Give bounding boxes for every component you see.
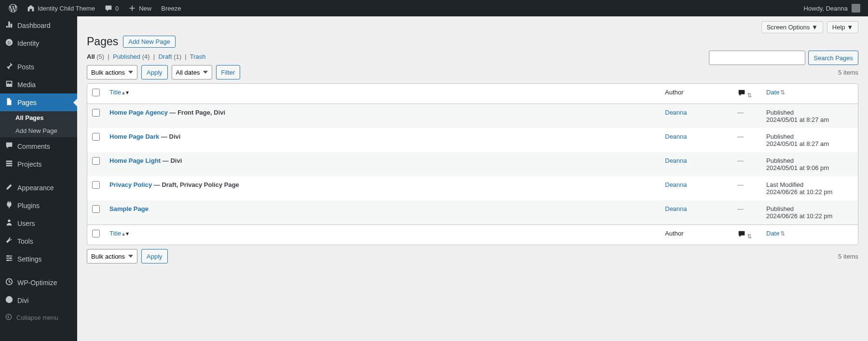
row-status: Published <box>766 205 794 212</box>
comments-bubble[interactable]: 0 <box>100 0 123 16</box>
row-title-link[interactable]: Sample Page <box>109 205 149 212</box>
author-link[interactable]: Deanna <box>665 109 687 116</box>
menu-dashboard-label: Dashboard <box>17 22 51 29</box>
add-new-page-button[interactable]: Add New Page <box>123 36 176 48</box>
svg-point-6 <box>7 255 9 257</box>
menu-plugins[interactable]: Plugins <box>0 197 77 214</box>
menu-media[interactable]: Media <box>0 76 77 93</box>
new-content[interactable]: New <box>123 0 156 16</box>
collapse-menu[interactable]: Collapse menu <box>0 309 77 326</box>
menu-tools[interactable]: Tools <box>0 232 77 250</box>
search-box: Search Pages <box>709 51 858 65</box>
col-comments[interactable]: ⇅ <box>732 84 761 104</box>
menu-users-label: Users <box>17 220 35 227</box>
filter-draft[interactable]: Draft <box>158 53 172 60</box>
author-link[interactable]: Deanna <box>665 205 687 212</box>
submenu-add-new-page[interactable]: Add New Page <box>0 124 77 137</box>
main-layout: Dashboard DIdentity Posts Media Pages Al… <box>0 16 868 341</box>
col-title-label-foot: Title <box>109 230 121 237</box>
menu-divi[interactable]: Divi <box>0 291 77 309</box>
menu-pages[interactable]: Pages <box>0 93 77 111</box>
wp-logo[interactable] <box>4 0 22 16</box>
top-actions: Screen Options ▼ Help ▼ <box>87 16 858 33</box>
howdy[interactable]: Howdy, Deanna <box>800 4 864 13</box>
menu-comments[interactable]: Comments <box>0 137 77 155</box>
menu-dashboard[interactable]: Dashboard <box>0 16 77 34</box>
row-checkbox[interactable] <box>92 109 100 117</box>
breeze-menu[interactable]: Breeze <box>156 0 186 16</box>
col-author[interactable]: Author <box>660 84 732 104</box>
pages-table: Title▴▾ Author ⇅ Date⇅ Home Page Agency … <box>87 83 858 245</box>
bulk-actions-select-top[interactable]: Bulk actions <box>87 65 137 79</box>
apply-button-bottom[interactable]: Apply <box>141 249 168 263</box>
row-checkbox[interactable] <box>92 181 100 189</box>
filter-all[interactable]: All <box>87 53 95 60</box>
select-all-top[interactable] <box>92 89 100 96</box>
menu-identity[interactable]: DIdentity <box>0 34 77 52</box>
author-link[interactable]: Deanna <box>665 181 687 188</box>
filter-draft-count: (1) <box>174 53 181 60</box>
users-icon <box>5 218 14 228</box>
sort-up-icon: ▴ <box>122 89 125 96</box>
row-date: 2024/05/01 at 8:27 am <box>766 140 829 147</box>
col-title-foot[interactable]: Title▴▾ <box>105 224 660 245</box>
row-checkbox[interactable] <box>92 205 100 213</box>
submenu-all-pages[interactable]: All Pages <box>0 111 77 124</box>
dates-select[interactable]: All dates <box>172 65 212 79</box>
apply-button-top[interactable]: Apply <box>141 65 168 79</box>
help-button[interactable]: Help ▼ <box>827 21 858 33</box>
screen-options-label: Screen Options <box>767 24 810 31</box>
tablenav-top: Bulk actions Apply All dates Filter 5 it… <box>87 65 858 79</box>
plugins-icon <box>5 200 14 210</box>
col-title-label: Title <box>109 89 121 96</box>
menu-appearance[interactable]: Appearance <box>0 179 77 197</box>
filter-trash[interactable]: Trash <box>190 53 206 60</box>
row-checkbox[interactable] <box>92 157 100 165</box>
select-all-bottom[interactable] <box>92 230 100 237</box>
row-checkbox[interactable] <box>92 133 100 141</box>
filter-button[interactable]: Filter <box>216 65 241 79</box>
collapse-label: Collapse menu <box>16 314 58 321</box>
row-date: 2024/06/26 at 10:22 pm <box>766 212 832 220</box>
search-input[interactable] <box>709 51 805 65</box>
menu-comments-label: Comments <box>17 143 50 150</box>
search-button[interactable]: Search Pages <box>808 51 858 65</box>
col-date-label: Date <box>766 89 779 96</box>
menu-pages-label: Pages <box>17 99 37 106</box>
col-date-label-foot: Date <box>766 230 779 237</box>
col-date[interactable]: Date⇅ <box>761 84 858 104</box>
menu-settings[interactable]: Settings <box>0 250 77 268</box>
post-state: — Draft, Privacy Policy Page <box>152 181 239 188</box>
menu-users[interactable]: Users <box>0 214 77 232</box>
filter-published[interactable]: Published <box>113 53 140 60</box>
wordpress-icon <box>9 4 17 13</box>
row-date: 2024/05/01 at 9:06 pm <box>766 164 829 171</box>
menu-posts[interactable]: Posts <box>0 58 77 76</box>
menu-wp-optimize[interactable]: WP-Optimize <box>0 274 77 291</box>
row-title-link[interactable]: Home Page Agency <box>109 109 168 116</box>
comments-dash: — <box>737 205 744 212</box>
sort-icon: ⇅ <box>780 230 785 237</box>
svg-point-10 <box>6 296 13 303</box>
col-comments-foot[interactable]: ⇅ <box>732 224 761 245</box>
bulk-actions-select-bottom[interactable]: Bulk actions <box>87 249 137 263</box>
appearance-icon <box>5 183 14 193</box>
admin-bar: Identity Child Theme 0 New Breeze Howdy,… <box>0 0 868 16</box>
author-link[interactable]: Deanna <box>665 133 687 140</box>
table-row: Sample PageDeanna—Published2024/06/26 at… <box>87 200 858 224</box>
screen-options-button[interactable]: Screen Options ▼ <box>761 21 823 33</box>
row-title-link[interactable]: Home Page Dark <box>109 133 159 140</box>
row-title-link[interactable]: Home Page Light <box>109 157 161 164</box>
sort-icon: ⇅ <box>747 233 752 240</box>
col-title[interactable]: Title▴▾ <box>105 84 660 104</box>
col-date-foot[interactable]: Date⇅ <box>761 224 858 245</box>
col-author-foot[interactable]: Author <box>660 224 732 245</box>
menu-projects[interactable]: Projects <box>0 155 77 173</box>
site-name[interactable]: Identity Child Theme <box>22 0 100 16</box>
svg-point-8 <box>7 260 9 262</box>
tools-icon <box>5 236 14 246</box>
pages-icon <box>5 97 14 107</box>
row-date: 2024/06/26 at 10:22 pm <box>766 188 832 196</box>
author-link[interactable]: Deanna <box>665 157 687 164</box>
row-title-link[interactable]: Privacy Policy <box>109 181 152 188</box>
